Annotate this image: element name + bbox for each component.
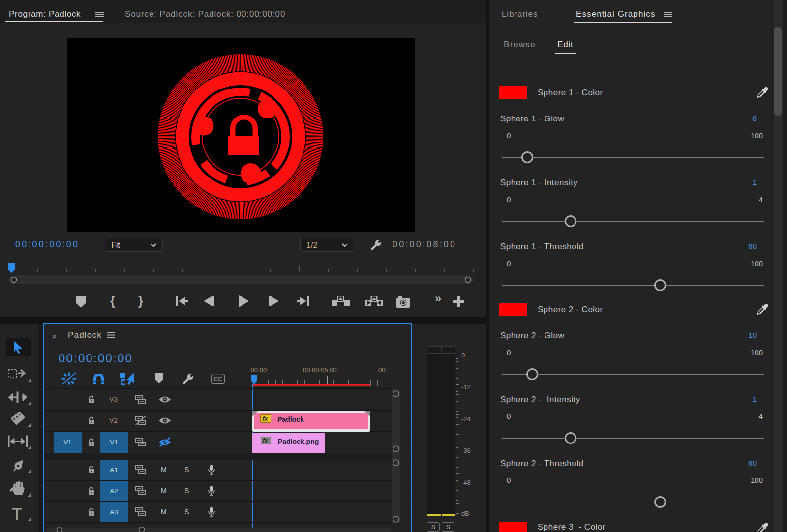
svg-text:CC: CC: [213, 376, 222, 383]
